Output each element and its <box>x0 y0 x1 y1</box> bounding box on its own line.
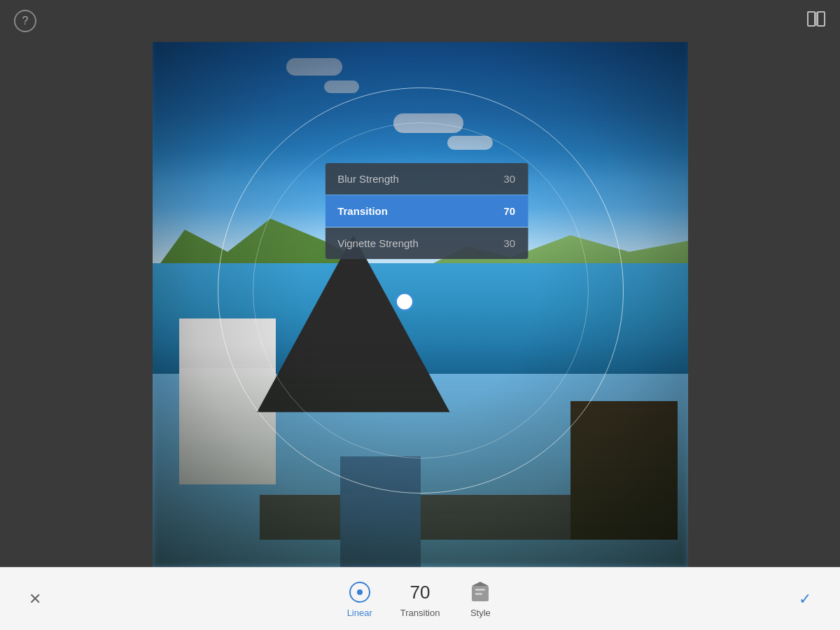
linear-icon-container <box>347 580 372 605</box>
bottom-toolbar: ✕ Linear 70 Transition <box>0 567 840 630</box>
help-icon: ? <box>22 15 29 27</box>
vignette-strength-label: Vignette Strength <box>337 237 419 249</box>
style-icon-container <box>468 580 493 605</box>
style-label: Style <box>470 608 491 618</box>
image-canvas[interactable]: Blur Strength 30 Transition 70 Vignette … <box>153 14 688 567</box>
transition-label: Transition <box>400 608 440 618</box>
header: ? <box>0 0 840 42</box>
svg-rect-6 <box>475 593 482 595</box>
compare-icon <box>806 9 826 29</box>
linear-icon <box>349 582 370 603</box>
style-icon-svg <box>470 582 490 603</box>
svg-marker-4 <box>472 582 489 586</box>
style-icon <box>470 582 491 603</box>
blur-strength-label: Blur Strength <box>337 173 399 185</box>
vignette-strength-value: 30 <box>504 237 516 249</box>
svg-rect-5 <box>475 589 485 591</box>
transition-value: 70 <box>504 205 516 217</box>
transition-label: Transition <box>337 205 388 217</box>
linear-label: Linear <box>347 608 372 618</box>
toolbar-center-items: Linear 70 Transition Style <box>347 580 493 618</box>
tilt-shift-center-handle[interactable] <box>395 292 414 312</box>
cancel-button[interactable]: ✕ <box>21 590 49 608</box>
settings-popup: Blur Strength 30 Transition 70 Vignette … <box>325 163 528 259</box>
vignette-strength-row[interactable]: Vignette Strength 30 <box>325 227 528 259</box>
transition-number: 70 <box>410 582 430 603</box>
confirm-button[interactable]: ✓ <box>791 590 819 608</box>
help-button[interactable]: ? <box>14 10 36 32</box>
transition-row[interactable]: Transition 70 <box>325 195 528 227</box>
svg-rect-1 <box>818 12 825 26</box>
linear-icon-dot <box>357 589 363 595</box>
transition-icon-container: 70 <box>407 580 433 605</box>
svg-rect-0 <box>808 12 815 26</box>
compare-button[interactable] <box>806 9 826 33</box>
toolbar-item-style[interactable]: Style <box>468 580 493 618</box>
blur-strength-value: 30 <box>504 173 516 185</box>
blur-strength-row[interactable]: Blur Strength 30 <box>325 163 528 195</box>
toolbar-item-linear[interactable]: Linear <box>347 580 372 618</box>
toolbar-item-transition[interactable]: 70 Transition <box>400 580 440 618</box>
